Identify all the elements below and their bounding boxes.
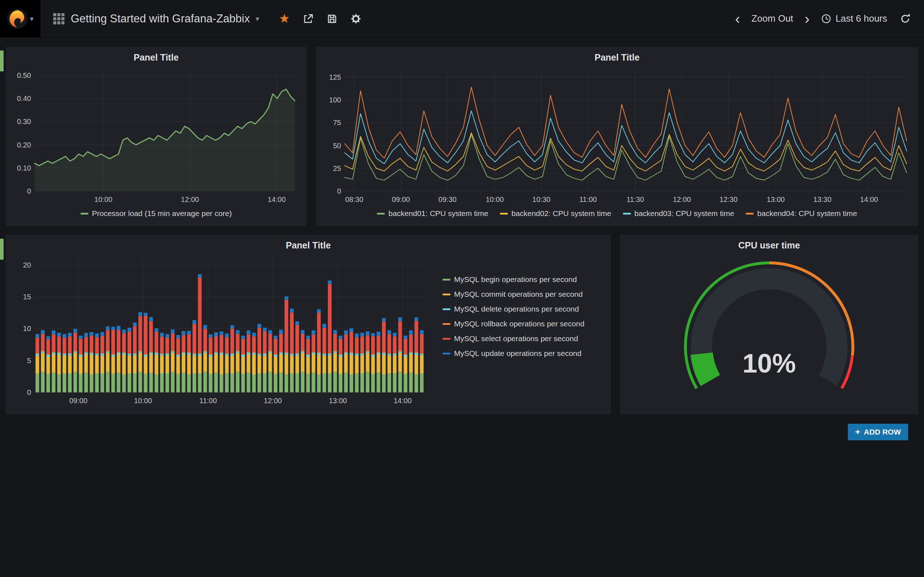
refresh-button[interactable] bbox=[896, 10, 914, 28]
panel-title[interactable]: Panel Title bbox=[316, 47, 918, 66]
legend-marker bbox=[443, 323, 451, 325]
add-row-label: ADD ROW bbox=[864, 428, 901, 436]
svg-text:12:00: 12:00 bbox=[264, 397, 282, 405]
svg-text:14:00: 14:00 bbox=[860, 195, 878, 203]
svg-text:0: 0 bbox=[27, 388, 31, 396]
svg-text:10:00: 10:00 bbox=[486, 195, 504, 203]
svg-text:12:30: 12:30 bbox=[719, 195, 737, 203]
caret-down-icon: ▾ bbox=[255, 15, 259, 23]
svg-text:09:00: 09:00 bbox=[392, 195, 410, 203]
legend-item[interactable]: MySQL commit operations per second bbox=[443, 290, 584, 298]
save-button[interactable] bbox=[323, 10, 341, 28]
legend-item[interactable]: MySQL update operations per second bbox=[443, 349, 584, 358]
settings-button[interactable] bbox=[347, 10, 365, 28]
dashboard-grid-icon bbox=[53, 13, 65, 25]
legend-item[interactable]: Processor load (15 min average per core) bbox=[81, 209, 232, 218]
svg-text:15: 15 bbox=[23, 293, 31, 301]
time-back-button[interactable]: ‹ bbox=[732, 15, 743, 23]
legend-marker bbox=[377, 213, 385, 214]
svg-text:125: 125 bbox=[329, 73, 341, 81]
svg-text:13:30: 13:30 bbox=[813, 195, 831, 203]
svg-text:75: 75 bbox=[333, 119, 341, 127]
legend-item[interactable]: backend02: CPU system time bbox=[500, 209, 611, 218]
legend-label: backend03: CPU system time bbox=[635, 209, 735, 218]
svg-text:11:00: 11:00 bbox=[199, 397, 217, 405]
panel-title[interactable]: CPU user time bbox=[620, 235, 918, 253]
time-picker-button[interactable]: Last 6 hours bbox=[816, 10, 892, 28]
legend-marker bbox=[443, 353, 451, 355]
zoom-out-button[interactable]: Zoom Out bbox=[746, 10, 798, 28]
svg-text:11:30: 11:30 bbox=[627, 195, 644, 203]
navbar: ▾ Getting Started with Grafana-Zabbix ▾ bbox=[0, 0, 924, 37]
time-range-label: Last 6 hours bbox=[835, 13, 887, 24]
legend-item[interactable]: MySQL rollback operations per second bbox=[443, 319, 584, 328]
svg-text:0.30: 0.30 bbox=[17, 118, 31, 126]
processor-load-chart[interactable]: 00.100.200.300.400.5010:0012:0014:00 bbox=[11, 66, 300, 206]
legend-label: Processor load (15 min average per core) bbox=[92, 209, 232, 218]
svg-text:100: 100 bbox=[329, 96, 341, 104]
svg-text:10%: 10% bbox=[743, 348, 796, 378]
svg-text:13:00: 13:00 bbox=[767, 195, 785, 203]
svg-text:0.50: 0.50 bbox=[17, 71, 31, 79]
svg-text:0.20: 0.20 bbox=[17, 141, 31, 149]
mysql-operations-chart[interactable]: 0510152009:0010:0011:0012:0013:0014:00 bbox=[11, 253, 430, 407]
legend-marker bbox=[500, 213, 508, 214]
row-handle[interactable] bbox=[0, 239, 3, 259]
cpu-user-time-gauge: 10% bbox=[646, 253, 892, 408]
svg-text:5: 5 bbox=[27, 357, 31, 364]
add-row-button[interactable]: + ADD ROW bbox=[848, 424, 908, 440]
legend-label: backend01: CPU system time bbox=[388, 209, 488, 218]
time-forward-button[interactable]: › bbox=[802, 15, 813, 23]
time-controls: ‹ Zoom Out › Last 6 hours bbox=[732, 10, 914, 28]
legend-item[interactable]: MySQL delete operations per second bbox=[443, 305, 584, 313]
svg-text:10: 10 bbox=[23, 324, 31, 332]
refresh-icon bbox=[900, 13, 911, 24]
panel-cpu-user-time: CPU user time 10% bbox=[620, 235, 918, 414]
panel-title[interactable]: Panel Title bbox=[6, 235, 611, 253]
legend-marker bbox=[746, 213, 754, 214]
svg-text:0.10: 0.10 bbox=[17, 164, 31, 172]
legend-marker bbox=[443, 308, 451, 310]
svg-text:10:00: 10:00 bbox=[94, 195, 112, 203]
chart-legend: MySQL begin operations per secondMySQL c… bbox=[436, 253, 588, 408]
panel-title[interactable]: Panel Title bbox=[6, 47, 307, 66]
svg-text:0: 0 bbox=[27, 187, 31, 195]
legend-marker bbox=[443, 338, 451, 340]
star-button[interactable] bbox=[275, 10, 294, 28]
legend-label: MySQL update operations per second bbox=[454, 349, 582, 358]
legend-marker bbox=[443, 293, 451, 295]
save-icon bbox=[327, 13, 338, 24]
row-handle[interactable] bbox=[0, 50, 3, 71]
grafana-dashboard: ▾ Getting Started with Grafana-Zabbix ▾ bbox=[0, 0, 924, 577]
svg-text:11:00: 11:00 bbox=[579, 195, 597, 203]
legend-item[interactable]: backend03: CPU system time bbox=[623, 209, 735, 218]
svg-text:14:00: 14:00 bbox=[267, 195, 286, 203]
chart-legend: backend01: CPU system timebackend02: CPU… bbox=[316, 209, 918, 218]
svg-text:10:30: 10:30 bbox=[532, 195, 551, 203]
grafana-menu-button[interactable]: ▾ bbox=[0, 0, 40, 37]
cpu-system-time-chart[interactable]: 025507510012508:3009:0009:3010:0010:3011… bbox=[321, 66, 913, 206]
legend-item[interactable]: backend04: CPU system time bbox=[746, 209, 857, 218]
caret-down-icon: ▾ bbox=[30, 15, 34, 23]
svg-text:12:00: 12:00 bbox=[673, 195, 691, 203]
zoom-out-label: Zoom Out bbox=[751, 13, 793, 24]
legend-item[interactable]: MySQL begin operations per second bbox=[443, 275, 584, 284]
legend-item[interactable]: backend01: CPU system time bbox=[377, 209, 488, 218]
legend-label: MySQL commit operations per second bbox=[454, 290, 583, 298]
chevron-right-icon: › bbox=[805, 11, 809, 27]
share-button[interactable] bbox=[299, 10, 318, 28]
legend-marker bbox=[443, 279, 451, 280]
dashboard-title-dropdown[interactable]: Getting Started with Grafana-Zabbix ▾ bbox=[53, 12, 259, 25]
svg-text:12:00: 12:00 bbox=[181, 195, 199, 203]
svg-text:50: 50 bbox=[333, 142, 341, 150]
dashboard-row-1: Panel Title 00.100.200.300.400.5010:0012… bbox=[6, 47, 918, 226]
clock-icon bbox=[821, 14, 831, 24]
plus-icon: + bbox=[855, 428, 860, 436]
legend-item[interactable]: MySQL select operations per second bbox=[443, 334, 584, 343]
svg-text:0: 0 bbox=[337, 187, 341, 195]
svg-text:10:00: 10:00 bbox=[134, 397, 152, 405]
svg-text:20: 20 bbox=[23, 261, 31, 269]
svg-text:08:30: 08:30 bbox=[345, 195, 363, 203]
svg-text:0.40: 0.40 bbox=[17, 95, 31, 102]
legend-label: MySQL select operations per second bbox=[454, 334, 578, 343]
